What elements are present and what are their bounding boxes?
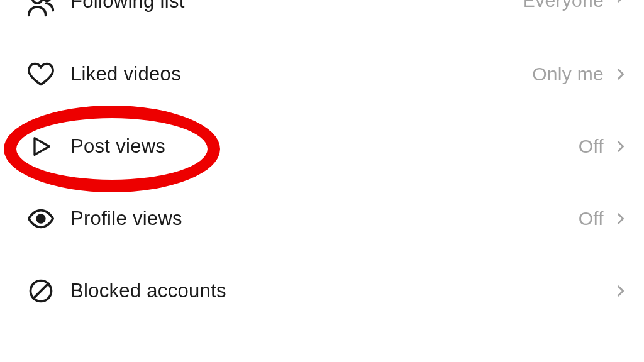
- chevron-right-icon: [613, 140, 629, 153]
- chevron-right-icon: [613, 212, 629, 226]
- svg-point-3: [37, 215, 45, 222]
- row-label: Following list: [70, 0, 185, 13]
- settings-list: Following list Everyone Liked videos Onl…: [0, 0, 644, 327]
- row-post-views[interactable]: Post views Off: [0, 110, 644, 182]
- row-value: Off: [579, 136, 604, 157]
- row-liked-videos[interactable]: Liked videos Only me: [0, 38, 644, 110]
- row-profile-views[interactable]: Profile views Off: [0, 182, 644, 255]
- people-icon: [26, 0, 55, 19]
- heart-icon: [26, 60, 55, 89]
- eye-icon: [26, 204, 55, 233]
- row-value: Off: [579, 208, 604, 229]
- svg-line-5: [33, 283, 48, 299]
- row-label: Profile views: [70, 207, 182, 230]
- blocked-icon: [26, 277, 55, 305]
- row-label: Liked videos: [70, 63, 181, 85]
- chevron-right-icon: [613, 67, 629, 81]
- row-blocked-accounts[interactable]: Blocked accounts: [0, 255, 644, 327]
- svg-point-1: [43, 0, 50, 1]
- svg-point-0: [33, 0, 42, 3]
- row-label: Blocked accounts: [70, 280, 226, 302]
- row-following-list[interactable]: Following list Everyone: [0, 0, 644, 38]
- row-value: Everyone: [523, 0, 604, 11]
- chevron-right-icon: [613, 284, 629, 298]
- row-value: Only me: [532, 63, 604, 85]
- chevron-right-icon: [613, 0, 629, 4]
- row-label: Post views: [70, 135, 165, 158]
- svg-marker-2: [35, 138, 49, 155]
- play-icon: [26, 132, 55, 161]
